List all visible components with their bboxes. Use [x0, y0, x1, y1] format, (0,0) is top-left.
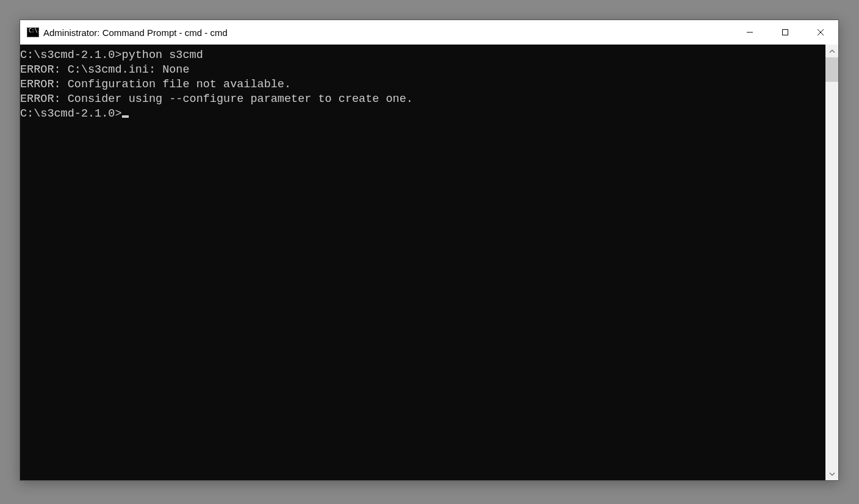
window-title: Administrator: Command Prompt - cmd - cm…: [43, 27, 732, 38]
terminal-line: C:\s3cmd-2.1.0>python s3cmd: [20, 48, 825, 63]
terminal-line: ERROR: C:\s3cmd.ini: None: [20, 63, 825, 77]
app-icon-text: C:\.: [29, 29, 40, 33]
terminal-line: ERROR: Configuration file not available.: [20, 77, 825, 92]
app-icon: C:\.: [27, 27, 39, 37]
scroll-thumb[interactable]: [825, 57, 838, 82]
terminal-container: C:\s3cmd-2.1.0>python s3cmdERROR: C:\s3c…: [20, 45, 838, 480]
vertical-scrollbar[interactable]: [825, 45, 838, 480]
maximize-icon: [782, 29, 789, 36]
scroll-down-button[interactable]: [825, 467, 838, 480]
scroll-track[interactable]: [825, 57, 838, 467]
close-button[interactable]: [803, 20, 838, 45]
terminal-cursor: [122, 115, 129, 118]
maximize-button[interactable]: [767, 20, 803, 45]
svg-rect-1: [783, 30, 788, 35]
command-prompt-window: C:\. Administrator: Command Prompt - cmd…: [20, 20, 839, 481]
minimize-button[interactable]: [732, 20, 767, 45]
titlebar[interactable]: C:\. Administrator: Command Prompt - cmd…: [20, 20, 838, 45]
window-controls: [732, 20, 838, 45]
scroll-up-button[interactable]: [825, 45, 838, 57]
terminal-line: C:\s3cmd-2.1.0>: [20, 107, 825, 121]
chevron-down-icon: [829, 471, 835, 477]
terminal-line: ERROR: Consider using --configure parame…: [20, 92, 825, 107]
minimize-icon: [746, 29, 753, 36]
chevron-up-icon: [829, 48, 835, 54]
terminal-output[interactable]: C:\s3cmd-2.1.0>python s3cmdERROR: C:\s3c…: [20, 45, 825, 480]
close-icon: [817, 29, 824, 36]
